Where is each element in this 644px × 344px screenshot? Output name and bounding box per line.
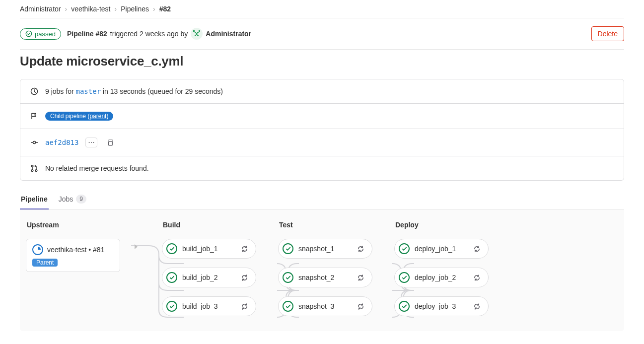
- clock-icon: [30, 87, 38, 95]
- svg-point-12: [93, 142, 94, 143]
- retry-icon: [473, 245, 481, 253]
- retry-icon: [473, 274, 481, 281]
- jobs-info-row: 9 jobs for master in 13 seconds (queued …: [20, 79, 624, 104]
- retry-icon: [357, 274, 364, 281]
- triggered-text: triggered 2 weeks ago by: [110, 30, 188, 38]
- status-badge-passed[interactable]: passed: [20, 28, 61, 40]
- retry-icon: [241, 274, 248, 281]
- stage-deploy-title: Deploy: [395, 221, 489, 229]
- page-title: Update microservice_c.yml: [20, 54, 624, 69]
- check-circle-icon: [399, 301, 410, 312]
- flag-icon: [30, 112, 38, 120]
- svg-rect-3: [195, 32, 196, 33]
- child-pipeline-row: Child pipeline (parent): [20, 104, 624, 129]
- job-pill[interactable]: deploy_job_1: [394, 239, 489, 259]
- svg-point-11: [91, 142, 92, 143]
- jobs-suffix-text: in 13 seconds (queued for 29 seconds): [101, 87, 223, 95]
- svg-rect-6: [195, 35, 196, 36]
- check-circle-icon: [399, 243, 410, 254]
- copy-icon: [106, 139, 114, 146]
- chevron-right-icon: [134, 243, 139, 251]
- job-name: snapshot_3: [298, 302, 348, 310]
- commit-icon: [30, 138, 38, 146]
- job-pill[interactable]: snapshot_2: [278, 268, 372, 287]
- retry-icon: [357, 303, 364, 310]
- copy-button[interactable]: [104, 137, 115, 148]
- job-name: snapshot_1: [298, 245, 348, 253]
- breadcrumb-link[interactable]: veethika-test: [71, 5, 110, 13]
- check-circle-icon: [25, 30, 32, 37]
- ellipsis-button[interactable]: [85, 138, 97, 147]
- pipeline-header: passed Pipeline #82 triggered 2 weeks ag…: [20, 18, 624, 49]
- svg-rect-4: [197, 32, 199, 33]
- svg-rect-5: [196, 33, 198, 35]
- jobs-count-badge: 9: [76, 195, 86, 204]
- identicon-icon: [192, 29, 202, 39]
- merge-request-icon: [30, 164, 38, 172]
- child-pipeline-chip: Child pipeline (parent): [45, 112, 113, 121]
- job-pill[interactable]: build_job_2: [162, 268, 256, 287]
- chevron-right-icon: ›: [65, 5, 67, 13]
- job-pill[interactable]: deploy_job_2: [394, 268, 489, 287]
- upstream-card[interactable]: veethika-test • #81 Parent: [26, 239, 120, 272]
- retry-button[interactable]: [237, 241, 252, 256]
- ellipsis-icon: [88, 141, 95, 144]
- running-icon: [32, 244, 43, 255]
- retry-button[interactable]: [469, 241, 484, 256]
- retry-button[interactable]: [469, 270, 484, 285]
- job-pill[interactable]: snapshot_1: [278, 239, 372, 259]
- parent-badge: Parent: [32, 259, 58, 267]
- retry-button[interactable]: [353, 299, 368, 314]
- merge-request-row: No related merge requests found.: [20, 156, 624, 180]
- job-name: build_job_3: [182, 302, 232, 310]
- svg-rect-1: [193, 30, 195, 32]
- chevron-right-icon: ›: [115, 5, 117, 13]
- job-pill[interactable]: deploy_job_3: [394, 296, 489, 316]
- job-name: deploy_job_3: [415, 302, 464, 310]
- check-circle-icon: [283, 243, 293, 254]
- retry-icon: [357, 245, 364, 253]
- breadcrumb-link[interactable]: Pipelines: [121, 5, 149, 13]
- avatar[interactable]: [191, 28, 203, 40]
- check-circle-icon: [166, 243, 177, 254]
- retry-icon: [241, 303, 248, 310]
- breadcrumb-current: #82: [159, 5, 171, 13]
- chip-label: Child pipeline (: [50, 113, 89, 120]
- svg-rect-2: [199, 30, 200, 32]
- retry-button[interactable]: [469, 299, 484, 314]
- chevron-right-icon: ›: [153, 5, 155, 13]
- check-circle-icon: [166, 272, 177, 283]
- retry-button[interactable]: [237, 270, 252, 285]
- branch-link[interactable]: master: [75, 87, 101, 95]
- check-circle-icon: [283, 301, 293, 312]
- job-name: build_job_2: [182, 274, 232, 281]
- parent-link[interactable]: parent: [89, 113, 106, 120]
- stage-build-title: Build: [163, 221, 256, 229]
- tab-pipeline[interactable]: Pipeline: [20, 190, 49, 209]
- job-name: build_job_1: [182, 245, 232, 253]
- retry-button[interactable]: [353, 270, 368, 285]
- svg-point-14: [31, 165, 33, 167]
- breadcrumb-link[interactable]: Administrator: [20, 5, 61, 13]
- delete-button[interactable]: Delete: [591, 26, 624, 41]
- pipeline-id: Pipeline #82: [67, 30, 107, 38]
- job-name: deploy_job_2: [415, 274, 464, 281]
- job-pill[interactable]: snapshot_3: [278, 296, 372, 316]
- retry-button[interactable]: [237, 299, 252, 314]
- check-circle-icon: [399, 272, 410, 283]
- check-circle-icon: [283, 272, 293, 283]
- job-pill[interactable]: build_job_1: [162, 239, 256, 259]
- job-pill[interactable]: build_job_3: [162, 296, 256, 316]
- stage-test-title: Test: [279, 221, 372, 229]
- author-name[interactable]: Administrator: [206, 30, 251, 38]
- tabs: Pipeline Jobs 9: [20, 190, 624, 210]
- job-name: deploy_job_1: [415, 245, 464, 253]
- retry-button[interactable]: [353, 241, 368, 256]
- svg-point-9: [33, 141, 36, 144]
- commit-row: aef2d813: [20, 129, 624, 156]
- tab-jobs-label: Jobs: [59, 195, 73, 203]
- mr-text: No related merge requests found.: [45, 164, 149, 172]
- tab-jobs[interactable]: Jobs 9: [58, 190, 87, 209]
- job-name: snapshot_2: [298, 274, 348, 281]
- commit-sha-link[interactable]: aef2d813: [45, 138, 78, 146]
